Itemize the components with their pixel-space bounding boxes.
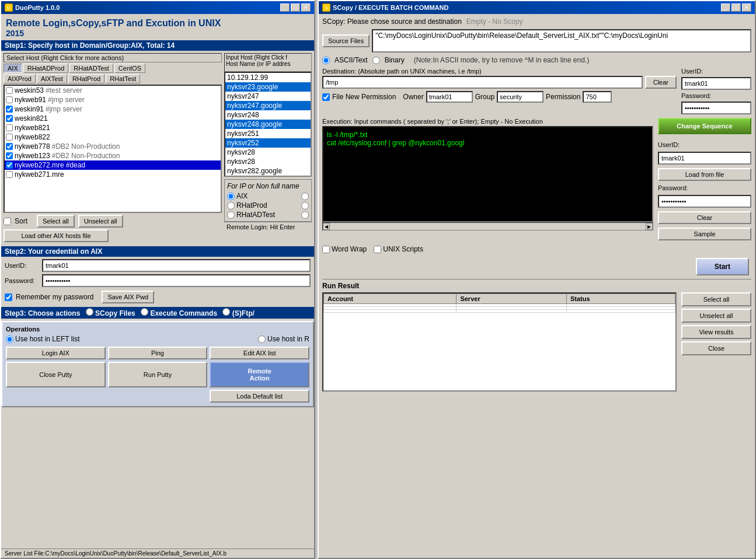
- for-ip-aix-radio2[interactable]: [301, 193, 309, 200]
- edit-aix-list-button[interactable]: Edit AIX list: [210, 347, 309, 359]
- host-checkbox[interactable]: [6, 152, 13, 159]
- owner-input[interactable]: [426, 91, 473, 103]
- app-title-line1: Remote Login,sCopy,sFTP and Excution in …: [6, 18, 309, 29]
- use-right-radio[interactable]: [258, 336, 266, 343]
- host-name: nykweb123: [15, 152, 50, 160]
- tab-aix[interactable]: AIX: [4, 64, 22, 73]
- input-host-item: nyksvr28: [225, 157, 311, 166]
- right-minimize-button[interactable]: _: [721, 4, 730, 12]
- top-panel: Destination: (Absolute path on UNIX mach…: [322, 68, 751, 114]
- ascii-radio[interactable]: [322, 57, 330, 64]
- input-host-item-highlight[interactable]: nyksvr252: [225, 138, 311, 148]
- tab-rhattest[interactable]: RHatTest: [106, 74, 140, 83]
- tab-rhatadprod[interactable]: RHatADProd: [23, 64, 69, 73]
- exec-content[interactable]: ls -l /tmp/*.txt cat /etc/syslog.conf | …: [323, 127, 652, 221]
- unix-scripts-label: UNIX Scripts: [374, 245, 423, 253]
- word-wrap-text: Word Wrap: [332, 245, 367, 253]
- sort-checkbox[interactable]: [4, 218, 11, 225]
- for-ip-rhatprod-radio[interactable]: [227, 202, 235, 209]
- tab-rhatprod[interactable]: RHatProd: [68, 74, 104, 83]
- list-item: nykweb271.mre: [5, 170, 221, 179]
- password3-label: Password:: [658, 184, 751, 191]
- password-input[interactable]: [42, 274, 311, 287]
- ping-button[interactable]: Ping: [108, 347, 208, 359]
- tab-aixprod[interactable]: AIXProd: [4, 74, 36, 83]
- host-checkbox[interactable]: [6, 96, 13, 103]
- for-ip-rhatadtest-radio[interactable]: [227, 211, 235, 219]
- close-result-button[interactable]: Close: [681, 341, 751, 355]
- input-host-item-highlight[interactable]: nyksvr23.google: [225, 82, 311, 92]
- scopy-label: SCopy Files: [95, 309, 135, 317]
- unix-scripts-checkbox[interactable]: [374, 246, 381, 253]
- input-host-list[interactable]: 10.129.12.99 nyksvr23.google nyksvr247 n…: [224, 72, 312, 177]
- host-checkbox[interactable]: [6, 134, 13, 141]
- close-putty-button[interactable]: Close Putty: [6, 362, 106, 387]
- source-files-button[interactable]: Source Files: [322, 34, 370, 47]
- tab-rhatadtest[interactable]: RHatADTest: [69, 64, 113, 73]
- file-perm-checkbox[interactable]: [322, 93, 330, 101]
- password3-input[interactable]: [658, 195, 751, 208]
- result-table: Account Server Status: [323, 294, 675, 313]
- sample-button[interactable]: Sample: [658, 228, 751, 240]
- remember-checkbox[interactable]: [5, 294, 12, 301]
- host-list[interactable]: weskin53 #test server nykweb91 #jmp serv…: [4, 85, 222, 213]
- host-checkbox[interactable]: [6, 171, 13, 178]
- word-wrap-checkbox[interactable]: [322, 246, 330, 253]
- step3-header: Step3: Choose actions SCopy Files Execut…: [1, 307, 314, 319]
- clear-dest-button[interactable]: Clear: [645, 76, 677, 89]
- dest-input-row: Clear: [322, 76, 677, 89]
- for-ip-rhatprod-radio2[interactable]: [301, 202, 309, 209]
- destination-input[interactable]: [322, 76, 643, 89]
- right-titlebar: S SCopy / EXECUTE BATCH COMMAND _ □ ✕: [319, 1, 755, 14]
- userid2-input[interactable]: [681, 77, 751, 90]
- userid-input[interactable]: [42, 259, 311, 272]
- close-button[interactable]: ✕: [301, 4, 311, 12]
- result-unselect-all-button[interactable]: Unselect all: [681, 309, 751, 323]
- for-ip-aix-radio[interactable]: [227, 193, 235, 200]
- right-close-button[interactable]: ✕: [742, 4, 751, 12]
- right-maximize-button[interactable]: □: [731, 4, 741, 12]
- load-other-hosts-button[interactable]: Load other AIX hosts file: [4, 229, 109, 242]
- input-host-item-highlight[interactable]: nyksvr248.google: [225, 120, 311, 129]
- h-scrollbar[interactable]: ◀ ▶: [322, 222, 653, 230]
- login-aix-button[interactable]: Login AIX: [6, 347, 106, 359]
- host-checkbox[interactable]: [6, 115, 13, 122]
- scroll-left-btn[interactable]: ◀: [323, 223, 330, 230]
- scroll-right-btn[interactable]: ▶: [646, 223, 653, 230]
- list-item-selected[interactable]: nykweb272.mre #dead: [5, 160, 221, 170]
- run-putty-button[interactable]: Run Putty: [108, 362, 208, 387]
- maximize-button[interactable]: □: [291, 4, 300, 12]
- change-seq-button[interactable]: Change Sequence: [658, 118, 751, 134]
- for-ip-rhatadtest-radio2[interactable]: [301, 211, 309, 219]
- userid-row: UserID:: [5, 259, 311, 272]
- binary-radio[interactable]: [372, 57, 380, 64]
- start-button[interactable]: Start: [696, 258, 749, 275]
- host-checkbox[interactable]: [6, 87, 13, 94]
- input-host-item-highlight[interactable]: nyksvr247.google: [225, 101, 311, 110]
- userid3-input[interactable]: [658, 152, 751, 165]
- sftp-radio[interactable]: [222, 308, 230, 316]
- tab-aixtest[interactable]: AIXTest: [37, 74, 67, 83]
- host-checkbox[interactable]: [6, 162, 13, 169]
- password2-input[interactable]: [681, 102, 751, 114]
- unselect-all-button[interactable]: Unselect all: [78, 215, 123, 228]
- host-checkbox[interactable]: [6, 106, 13, 113]
- permission-input[interactable]: [583, 91, 612, 103]
- remote-action-button[interactable]: RemoteAction: [210, 362, 309, 387]
- group-input[interactable]: [497, 91, 544, 103]
- minimize-button[interactable]: _: [280, 4, 290, 12]
- view-results-button[interactable]: View results: [681, 325, 751, 339]
- execute-radio[interactable]: [141, 308, 148, 316]
- clear2-button[interactable]: Clear: [658, 211, 751, 224]
- host-checkbox[interactable]: [6, 124, 13, 131]
- sftp-label: (S)Ftp/: [232, 309, 255, 317]
- use-left-radio[interactable]: [6, 336, 13, 343]
- scopy-radio[interactable]: [86, 308, 93, 316]
- host-checkbox[interactable]: [6, 143, 13, 150]
- result-select-all-button[interactable]: Select all: [681, 292, 751, 306]
- load-from-file-button[interactable]: Load from file: [658, 168, 751, 181]
- select-all-button[interactable]: Select all: [37, 215, 75, 228]
- loda-default-button[interactable]: Loda Default list: [210, 390, 309, 403]
- tab-centos[interactable]: CentOS: [114, 64, 145, 73]
- save-pwd-button[interactable]: Save AIX Pwd: [102, 291, 154, 303]
